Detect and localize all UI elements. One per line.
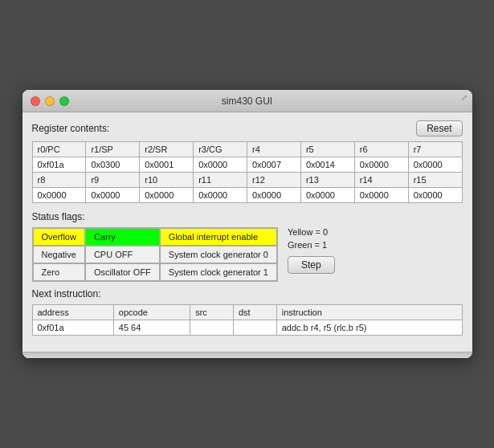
table-row: r8 r9 r10 r11 r12 r13 r14 r15 — [32, 173, 462, 188]
reg-value: 0x0000 — [300, 188, 354, 203]
carry-flag: Carry — [85, 228, 160, 246]
reset-button[interactable]: Reset — [416, 120, 462, 136]
reg-value: 0x0000 — [354, 157, 408, 173]
reg-value: 0x0001 — [140, 157, 194, 173]
global-interrupt-flag: Global interrupt enable — [160, 228, 277, 246]
reg-value: 0x0000 — [408, 188, 462, 203]
register-header: Register contents: Reset — [32, 120, 463, 136]
scg0-flag: System clock generator 0 — [160, 246, 277, 263]
reg-header: r2/SR — [140, 142, 194, 157]
cpu-off-flag: CPU OFF — [85, 246, 160, 263]
reg-header: r15 — [408, 173, 462, 188]
reg-value: 0x0000 — [32, 188, 86, 203]
traffic-lights — [31, 96, 69, 106]
reg-header: r11 — [194, 173, 247, 188]
table-row: 0xf01a 45 64 addc.b r4, r5 (rlc.b r5) — [32, 320, 462, 336]
reg-value: 0x0007 — [247, 157, 301, 173]
reg-value: 0x0000 — [247, 188, 301, 203]
status-section: Status flags: Overflow Carry Global inte… — [32, 211, 463, 282]
reg-header: r5 — [300, 142, 354, 157]
instr-dst — [233, 320, 276, 336]
zero-flag: Zero — [33, 263, 85, 281]
reg-value: 0x0000 — [194, 188, 247, 203]
next-instruction-section: Next instruction: address opcode src dst… — [32, 288, 463, 336]
reg-value: 0xf01a — [32, 157, 86, 173]
titlebar: sim430 GUI ⤢ — [22, 90, 472, 112]
legend-step: Yellow = 0 Green = 1 Step — [288, 227, 335, 274]
instr-opcode: 45 64 — [113, 320, 190, 336]
minimize-button[interactable] — [45, 96, 55, 106]
content-area: Register contents: Reset r0/PC r1/SP r2/… — [22, 112, 472, 344]
reg-header: r8 — [32, 173, 86, 188]
instr-address: 0xf01a — [32, 320, 113, 336]
table-row: 0x0000 0x0000 0x0000 0x0000 0x0000 0x000… — [32, 188, 462, 203]
close-button[interactable] — [31, 96, 40, 106]
scg1-flag: System clock generator 1 — [160, 263, 277, 281]
reg-value: 0x0000 — [86, 188, 140, 203]
instr-instruction: addc.b r4, r5 (rlc.b r5) — [276, 320, 462, 336]
overflow-flag: Overflow — [33, 228, 85, 246]
register-label: Register contents: — [32, 123, 110, 134]
reg-header: r0/PC — [32, 142, 86, 157]
status-layout: Overflow Carry Global interrupt enable N… — [32, 227, 463, 282]
col-address: address — [32, 305, 113, 320]
reg-value: 0x0000 — [354, 188, 408, 203]
reg-header: r1/SP — [86, 142, 140, 157]
flags-grid: Overflow Carry Global interrupt enable N… — [32, 227, 278, 282]
yellow-legend: Yellow = 0 — [288, 227, 335, 237]
reg-header: r13 — [300, 173, 354, 188]
instruction-table: address opcode src dst instruction 0xf01… — [32, 304, 463, 336]
reg-value: 0x0300 — [86, 157, 140, 173]
reg-header: r10 — [140, 173, 194, 188]
table-row: 0xf01a 0x0300 0x0001 0x0000 0x0007 0x001… — [32, 157, 462, 173]
negative-flag: Negative — [33, 246, 85, 263]
table-row: address opcode src dst instruction — [32, 305, 462, 320]
oscillator-off-flag: Oscillator OFF — [85, 263, 160, 281]
reg-value: 0x0000 — [408, 157, 462, 173]
col-src: src — [190, 305, 234, 320]
reg-value: 0x0014 — [300, 157, 354, 173]
reg-header: r12 — [247, 173, 301, 188]
col-dst: dst — [233, 305, 276, 320]
reg-header: r9 — [86, 173, 140, 188]
reg-header: r3/CG — [194, 142, 247, 157]
col-opcode: opcode — [113, 305, 190, 320]
table-row: r0/PC r1/SP r2/SR r3/CG r4 r5 r6 r7 — [32, 142, 462, 157]
window-title: sim430 GUI — [222, 96, 272, 107]
resize-icon: ⤢ — [461, 93, 467, 102]
instr-src — [190, 320, 234, 336]
register-table: r0/PC r1/SP r2/SR r3/CG r4 r5 r6 r7 0xf0… — [32, 141, 463, 203]
col-instruction: instruction — [276, 305, 462, 320]
reg-value: 0x0000 — [194, 157, 247, 173]
green-legend: Green = 1 — [288, 240, 335, 250]
step-button[interactable]: Step — [288, 256, 335, 274]
reg-value: 0x0000 — [140, 188, 194, 203]
main-window: sim430 GUI ⤢ Register contents: Reset r0… — [22, 90, 472, 358]
reg-header: r6 — [354, 142, 408, 157]
status-flags-label: Status flags: — [32, 211, 463, 222]
bottom-divider — [22, 352, 472, 358]
maximize-button[interactable] — [59, 96, 69, 106]
reg-header: r4 — [247, 142, 301, 157]
next-instruction-label: Next instruction: — [32, 288, 463, 299]
reg-header: r14 — [354, 173, 408, 188]
reg-header: r7 — [408, 142, 462, 157]
